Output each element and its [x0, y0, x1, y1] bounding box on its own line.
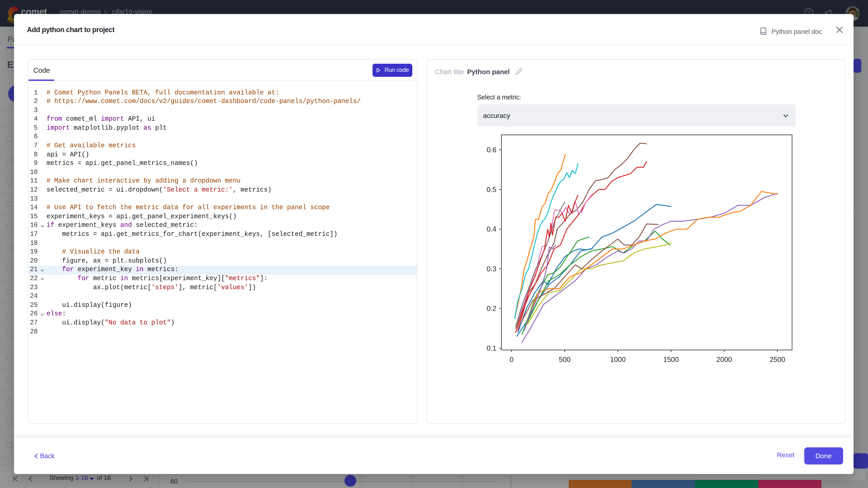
svg-text:500: 500 — [559, 355, 570, 363]
svg-text:0.5: 0.5 — [487, 186, 496, 193]
svg-text:0.1: 0.1 — [487, 344, 496, 352]
svg-text:0.2: 0.2 — [487, 304, 496, 312]
svg-text:2500: 2500 — [770, 355, 785, 363]
svg-text:0: 0 — [509, 355, 513, 363]
svg-text:0.6: 0.6 — [487, 146, 496, 154]
svg-text:1500: 1500 — [663, 355, 679, 363]
svg-text:0.3: 0.3 — [487, 265, 496, 273]
svg-text:1000: 1000 — [610, 355, 626, 363]
svg-text:0.4: 0.4 — [487, 225, 496, 233]
svg-text:2000: 2000 — [716, 355, 732, 363]
